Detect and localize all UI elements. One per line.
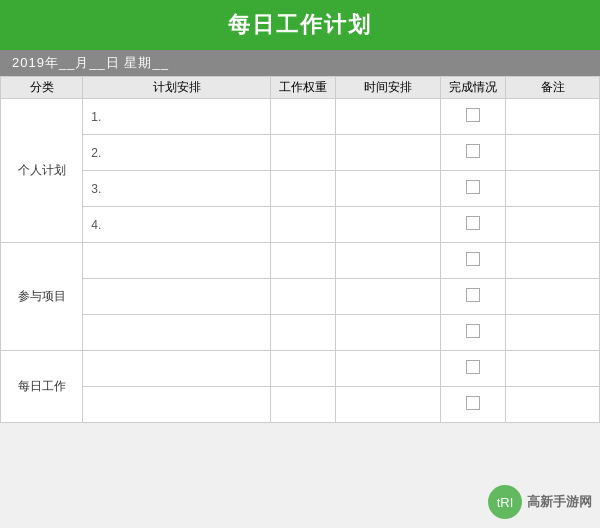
checkbox[interactable] bbox=[466, 252, 480, 266]
checkbox[interactable] bbox=[466, 108, 480, 122]
page-title: 每日工作计划 bbox=[228, 12, 372, 37]
weight-cell[interactable] bbox=[271, 243, 336, 279]
note-cell[interactable] bbox=[506, 243, 600, 279]
done-cell[interactable] bbox=[441, 207, 506, 243]
time-cell[interactable] bbox=[335, 243, 441, 279]
weight-cell[interactable] bbox=[271, 387, 336, 423]
done-cell[interactable] bbox=[441, 171, 506, 207]
plan-cell[interactable]: 1. bbox=[83, 99, 271, 135]
time-cell[interactable] bbox=[335, 207, 441, 243]
title-bar: 每日工作计划 bbox=[0, 0, 600, 50]
checkbox[interactable] bbox=[466, 324, 480, 338]
time-cell[interactable] bbox=[335, 351, 441, 387]
time-cell[interactable] bbox=[335, 135, 441, 171]
table-wrap: 分类 计划安排 工作权重 时间安排 完成情况 备注 个人计划1.2.3.4.参与… bbox=[0, 76, 600, 423]
table-header-row: 分类 计划安排 工作权重 时间安排 完成情况 备注 bbox=[1, 77, 600, 99]
header-done: 完成情况 bbox=[441, 77, 506, 99]
time-cell[interactable] bbox=[335, 315, 441, 351]
date-label: 2019年__月__日 星期__ bbox=[12, 55, 169, 70]
header-weight: 工作权重 bbox=[271, 77, 336, 99]
header-plan: 计划安排 bbox=[83, 77, 271, 99]
category-2: 每日工作 bbox=[1, 351, 83, 423]
weight-cell[interactable] bbox=[271, 207, 336, 243]
note-cell[interactable] bbox=[506, 315, 600, 351]
done-cell[interactable] bbox=[441, 351, 506, 387]
plan-cell[interactable]: 2. bbox=[83, 135, 271, 171]
table-row: 个人计划1. bbox=[1, 99, 600, 135]
note-cell[interactable] bbox=[506, 171, 600, 207]
done-cell[interactable] bbox=[441, 243, 506, 279]
table-row: 3. bbox=[1, 171, 600, 207]
plan-cell[interactable]: 3. bbox=[83, 171, 271, 207]
note-cell[interactable] bbox=[506, 99, 600, 135]
plan-cell[interactable] bbox=[83, 243, 271, 279]
checkbox[interactable] bbox=[466, 144, 480, 158]
watermark-logo: tRI bbox=[487, 484, 523, 520]
weight-cell[interactable] bbox=[271, 351, 336, 387]
note-cell[interactable] bbox=[506, 207, 600, 243]
checkbox[interactable] bbox=[466, 360, 480, 374]
note-cell[interactable] bbox=[506, 351, 600, 387]
done-cell[interactable] bbox=[441, 387, 506, 423]
plan-cell[interactable]: 4. bbox=[83, 207, 271, 243]
checkbox[interactable] bbox=[466, 180, 480, 194]
table-row bbox=[1, 279, 600, 315]
plan-cell[interactable] bbox=[83, 387, 271, 423]
main-table: 分类 计划安排 工作权重 时间安排 完成情况 备注 个人计划1.2.3.4.参与… bbox=[0, 76, 600, 423]
note-cell[interactable] bbox=[506, 387, 600, 423]
time-cell[interactable] bbox=[335, 279, 441, 315]
svg-text:tRI: tRI bbox=[497, 495, 514, 510]
checkbox[interactable] bbox=[466, 396, 480, 410]
watermark: tRI 高新手游网 bbox=[487, 484, 592, 520]
checkbox[interactable] bbox=[466, 288, 480, 302]
done-cell[interactable] bbox=[441, 135, 506, 171]
plan-cell[interactable] bbox=[83, 279, 271, 315]
table-row bbox=[1, 387, 600, 423]
plan-cell[interactable] bbox=[83, 351, 271, 387]
category-0: 个人计划 bbox=[1, 99, 83, 243]
page: 每日工作计划 2019年__月__日 星期__ 分类 计划安排 工作权重 时间安… bbox=[0, 0, 600, 423]
weight-cell[interactable] bbox=[271, 315, 336, 351]
time-cell[interactable] bbox=[335, 387, 441, 423]
weight-cell[interactable] bbox=[271, 279, 336, 315]
note-cell[interactable] bbox=[506, 135, 600, 171]
weight-cell[interactable] bbox=[271, 171, 336, 207]
category-1: 参与项目 bbox=[1, 243, 83, 351]
time-cell[interactable] bbox=[335, 99, 441, 135]
table-row: 2. bbox=[1, 135, 600, 171]
weight-cell[interactable] bbox=[271, 99, 336, 135]
done-cell[interactable] bbox=[441, 279, 506, 315]
header-time: 时间安排 bbox=[335, 77, 441, 99]
weight-cell[interactable] bbox=[271, 135, 336, 171]
watermark-text: 高新手游网 bbox=[527, 493, 592, 511]
note-cell[interactable] bbox=[506, 279, 600, 315]
table-row: 每日工作 bbox=[1, 351, 600, 387]
header-note: 备注 bbox=[506, 77, 600, 99]
checkbox[interactable] bbox=[466, 216, 480, 230]
table-row: 参与项目 bbox=[1, 243, 600, 279]
header-category: 分类 bbox=[1, 77, 83, 99]
table-row: 4. bbox=[1, 207, 600, 243]
date-bar: 2019年__月__日 星期__ bbox=[0, 50, 600, 76]
done-cell[interactable] bbox=[441, 99, 506, 135]
table-row bbox=[1, 315, 600, 351]
time-cell[interactable] bbox=[335, 171, 441, 207]
plan-cell[interactable] bbox=[83, 315, 271, 351]
done-cell[interactable] bbox=[441, 315, 506, 351]
